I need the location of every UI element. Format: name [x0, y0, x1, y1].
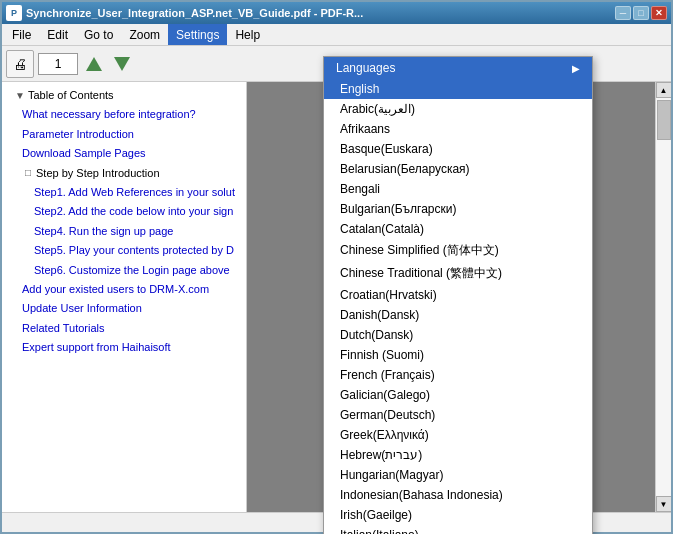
page-up-button[interactable]: [82, 52, 106, 76]
scroll-up-button[interactable]: ▲: [656, 82, 672, 98]
language-item-10[interactable]: Croatian(Hrvatski): [324, 285, 592, 305]
language-item-19[interactable]: Hungarian(Magyar): [324, 465, 592, 485]
dropdown-arrow-icon: ▶: [572, 63, 580, 74]
window-title: Synchronize_User_Integration_ASP.net_VB_…: [26, 7, 611, 19]
toc-item-expert-support[interactable]: Expert support from Haihaisoft: [2, 338, 246, 357]
page-down-button[interactable]: [110, 52, 134, 76]
language-item-5[interactable]: Bengali: [324, 179, 592, 199]
language-item-0[interactable]: English: [324, 79, 592, 99]
toc-item-update-user[interactable]: Update User Information: [2, 299, 246, 318]
language-item-11[interactable]: Danish(Dansk): [324, 305, 592, 325]
toc-item-step-by-step[interactable]: □ Step by Step Introduction: [2, 164, 246, 183]
title-bar: P Synchronize_User_Integration_ASP.net_V…: [2, 2, 671, 24]
language-item-17[interactable]: Greek(Ελληνικά): [324, 425, 592, 445]
scroll-track: [656, 98, 671, 496]
language-item-12[interactable]: Dutch(Dansk): [324, 325, 592, 345]
language-item-1[interactable]: Arabic(العربية): [324, 99, 592, 119]
language-item-9[interactable]: Chinese Traditional (繁體中文): [324, 262, 592, 285]
toc-toggle-root: ▼: [14, 90, 26, 102]
language-item-8[interactable]: Chinese Simplified (简体中文): [324, 239, 592, 262]
menu-goto[interactable]: Go to: [76, 24, 121, 45]
language-item-2[interactable]: Afrikaans: [324, 119, 592, 139]
language-item-3[interactable]: Basque(Euskara): [324, 139, 592, 159]
toc-toggle-steps: □: [22, 167, 34, 179]
scroll-down-button[interactable]: ▼: [656, 496, 672, 512]
languages-dropdown: Languages ▶ EnglishArabic(العربية)Afrika…: [323, 56, 593, 534]
vertical-scrollbar: ▲ ▼: [655, 82, 671, 512]
language-item-13[interactable]: Finnish (Suomi): [324, 345, 592, 365]
app-icon: P: [6, 5, 22, 21]
menu-bar: File Edit Go to Zoom Settings Help: [2, 24, 671, 46]
toc-heading[interactable]: ▼ Table of Contents: [2, 86, 246, 105]
toc-item-step5[interactable]: Step5. Play your contents protected by D: [2, 241, 246, 260]
languages-list: EnglishArabic(العربية)AfrikaansBasque(Eu…: [324, 79, 592, 534]
window-controls: ─ □ ✕: [615, 6, 667, 20]
toc-item-step4[interactable]: Step4. Run the sign up page: [2, 222, 246, 241]
scroll-thumb[interactable]: [657, 100, 671, 140]
up-arrow-icon: [86, 57, 102, 71]
toc-item-what-necessary[interactable]: What necessary before integration?: [2, 105, 246, 124]
maximize-button[interactable]: □: [633, 6, 649, 20]
page-number-input[interactable]: [38, 53, 78, 75]
menu-edit[interactable]: Edit: [39, 24, 76, 45]
language-item-14[interactable]: French (Français): [324, 365, 592, 385]
menu-zoom[interactable]: Zoom: [121, 24, 168, 45]
language-item-15[interactable]: Galician(Galego): [324, 385, 592, 405]
language-item-6[interactable]: Bulgarian(Български): [324, 199, 592, 219]
toc-item-step2[interactable]: Step2. Add the code below into your sign: [2, 202, 246, 221]
language-item-20[interactable]: Indonesian(Bahasa Indonesia): [324, 485, 592, 505]
language-item-4[interactable]: Belarusian(Беларуская): [324, 159, 592, 179]
toc-item-step1[interactable]: Step1. Add Web References in your solut: [2, 183, 246, 202]
toc-item-parameter-intro[interactable]: Parameter Introduction: [2, 125, 246, 144]
toc-panel: ▼ Table of Contents What necessary befor…: [2, 82, 247, 512]
languages-dropdown-header: Languages ▶: [324, 57, 592, 79]
print-button[interactable]: 🖨: [6, 50, 34, 78]
language-item-18[interactable]: Hebrew(עברית): [324, 445, 592, 465]
language-item-7[interactable]: Catalan(Català): [324, 219, 592, 239]
down-arrow-icon: [114, 57, 130, 71]
language-item-22[interactable]: Italian(Italiano): [324, 525, 592, 534]
toc-item-related-tutorials[interactable]: Related Tutorials: [2, 319, 246, 338]
menu-file[interactable]: File: [4, 24, 39, 45]
toc-item-download-sample[interactable]: Download Sample Pages: [2, 144, 246, 163]
close-button[interactable]: ✕: [651, 6, 667, 20]
toc-item-step6[interactable]: Step6. Customize the Login page above: [2, 261, 246, 280]
language-item-16[interactable]: German(Deutsch): [324, 405, 592, 425]
toc-item-add-users[interactable]: Add your existed users to DRM-X.com: [2, 280, 246, 299]
menu-help[interactable]: Help: [227, 24, 268, 45]
menu-settings[interactable]: Settings: [168, 24, 227, 45]
minimize-button[interactable]: ─: [615, 6, 631, 20]
language-item-21[interactable]: Irish(Gaeilge): [324, 505, 592, 525]
